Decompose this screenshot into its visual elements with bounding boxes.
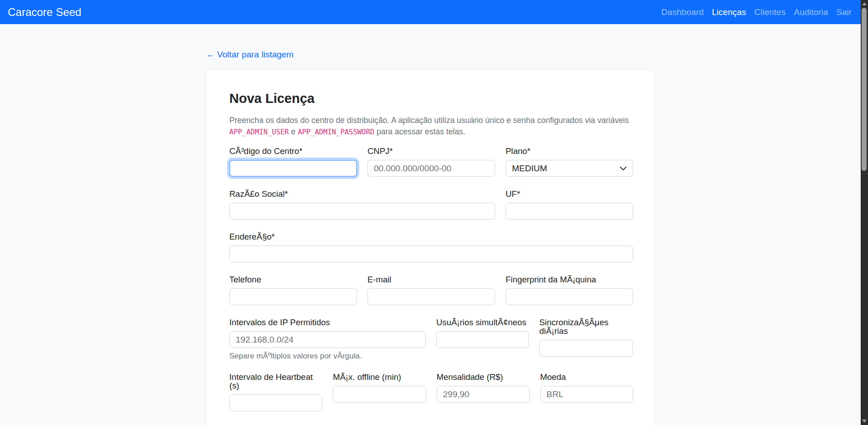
code-app-admin-password: APP_ADMIN_PASSWORD bbox=[298, 128, 374, 136]
nav-item-sair[interactable]: Sair bbox=[832, 7, 856, 17]
code-app-admin-user: APP_ADMIN_USER bbox=[229, 128, 289, 136]
moeda-input[interactable] bbox=[540, 386, 633, 403]
telefone-input[interactable] bbox=[229, 288, 357, 305]
usuarios-simultaneos-input[interactable] bbox=[436, 331, 529, 348]
description-sep: e bbox=[289, 127, 298, 136]
nav-item-licencas[interactable]: Licenças bbox=[708, 7, 750, 17]
navbar-menu: Dashboard Licenças Clientes Auditoria Sa… bbox=[657, 7, 856, 17]
form-row-2: RazÃ£o Social* UF* bbox=[229, 189, 633, 220]
email-input[interactable] bbox=[367, 288, 495, 305]
form-row-6: Intervalo de Heartbeat (s) MÃ¡x. offline… bbox=[229, 373, 633, 411]
chevron-down-icon bbox=[620, 166, 627, 171]
endereco-input[interactable] bbox=[229, 246, 633, 262]
field-telefone: Telefone bbox=[229, 275, 357, 305]
scrollbar-up-arrow-icon[interactable] bbox=[862, 2, 867, 5]
plano-selected-value: MEDIUM bbox=[512, 164, 547, 174]
field-sincronizacoes-diarias: SincronizaÃ§Ãµes diÃ¡rias bbox=[539, 318, 633, 360]
description-text-1: Preencha os dados do centro de distribui… bbox=[229, 116, 629, 125]
nav-item-auditoria[interactable]: Auditoria bbox=[790, 7, 832, 17]
form-row-3: EndereÃ§o* bbox=[229, 232, 633, 262]
razao-social-label: RazÃ£o Social* bbox=[229, 189, 495, 198]
field-plano: Plano* MEDIUM bbox=[506, 147, 633, 177]
mensalidade-label: Mensalidade (R$) bbox=[437, 373, 530, 381]
max-offline-input[interactable] bbox=[333, 386, 426, 403]
form-row-1: CÃ³digo do Centro* CNPJ* Plano* MEDIUM bbox=[229, 147, 633, 177]
navbar-brand[interactable]: Caracore Seed bbox=[8, 0, 81, 24]
fingerprint-input[interactable] bbox=[506, 288, 633, 305]
field-razao-social: RazÃ£o Social* bbox=[229, 189, 495, 220]
description-text-2: para acessar estas telas. bbox=[374, 127, 465, 136]
field-uf: UF* bbox=[506, 189, 633, 220]
field-endereco: EndereÃ§o* bbox=[229, 232, 633, 262]
sincronizacoes-diarias-label: SincronizaÃ§Ãµes diÃ¡rias bbox=[539, 318, 633, 335]
heartbeat-input[interactable] bbox=[229, 394, 322, 411]
fingerprint-label: Fingerprint da MÃ¡quina bbox=[506, 275, 633, 284]
back-to-list-link[interactable]: ← Voltar para listagem bbox=[206, 50, 294, 60]
endereco-label: EndereÃ§o* bbox=[229, 232, 633, 241]
scrollbar-thumb[interactable] bbox=[862, 8, 867, 171]
telefone-label: Telefone bbox=[229, 275, 357, 284]
codigo-centro-label: CÃ³digo do Centro* bbox=[229, 147, 357, 155]
mensalidade-input[interactable] bbox=[437, 386, 530, 403]
field-email: E-mail bbox=[367, 275, 495, 305]
field-fingerprint: Fingerprint da MÃ¡quina bbox=[506, 275, 633, 305]
max-offline-label: MÃ¡x. offline (min) bbox=[333, 373, 426, 381]
field-moeda: Moeda bbox=[540, 373, 633, 411]
ip-permitidos-hint: Separe mÃºltiplos valores por vÃ­rgula. bbox=[229, 352, 426, 360]
plano-select[interactable]: MEDIUM bbox=[506, 160, 633, 177]
scrollbar[interactable] bbox=[861, 0, 868, 425]
cnpj-label: CNPJ* bbox=[367, 147, 495, 155]
plano-label: Plano* bbox=[506, 147, 633, 155]
card-description: Preencha os dados do centro de distribui… bbox=[229, 115, 632, 138]
form-row-5: Intervalos de IP Permitidos Separe mÃºlt… bbox=[229, 318, 633, 360]
field-codigo-centro: CÃ³digo do Centro* bbox=[229, 147, 357, 177]
email-label: E-mail bbox=[367, 275, 495, 284]
cnpj-input[interactable] bbox=[367, 160, 495, 177]
scrollbar-down-arrow-icon[interactable] bbox=[862, 420, 867, 423]
field-max-offline: MÃ¡x. offline (min) bbox=[333, 373, 426, 411]
nav-item-clientes[interactable]: Clientes bbox=[750, 7, 790, 17]
heartbeat-label: Intervalo de Heartbeat (s) bbox=[229, 373, 322, 390]
uf-input[interactable] bbox=[506, 203, 633, 220]
field-ip-permitidos: Intervalos de IP Permitidos Separe mÃºlt… bbox=[229, 318, 426, 360]
field-heartbeat: Intervalo de Heartbeat (s) bbox=[229, 373, 322, 411]
codigo-centro-input[interactable] bbox=[229, 160, 357, 177]
nav-item-dashboard[interactable]: Dashboard bbox=[657, 7, 708, 17]
new-license-card: Nova Licença Preencha os dados do centro… bbox=[206, 70, 655, 425]
ip-permitidos-label: Intervalos de IP Permitidos bbox=[229, 318, 426, 327]
ip-permitidos-input[interactable] bbox=[229, 331, 426, 348]
field-cnpj: CNPJ* bbox=[367, 147, 495, 177]
field-usuarios-simultaneos: UsuÃ¡rios simultÃ¢neos bbox=[436, 318, 529, 360]
razao-social-input[interactable] bbox=[229, 203, 495, 220]
top-navbar: Caracore Seed Dashboard Licenças Cliente… bbox=[0, 0, 861, 24]
sincronizacoes-diarias-input[interactable] bbox=[539, 340, 633, 357]
field-mensalidade: Mensalidade (R$) bbox=[437, 373, 530, 411]
uf-label: UF* bbox=[506, 189, 633, 198]
usuarios-simultaneos-label: UsuÃ¡rios simultÃ¢neos bbox=[436, 318, 529, 327]
moeda-label: Moeda bbox=[540, 373, 633, 381]
page-title: Nova Licença bbox=[229, 90, 632, 107]
form-row-4: Telefone E-mail Fingerprint da MÃ¡quina bbox=[229, 275, 633, 305]
